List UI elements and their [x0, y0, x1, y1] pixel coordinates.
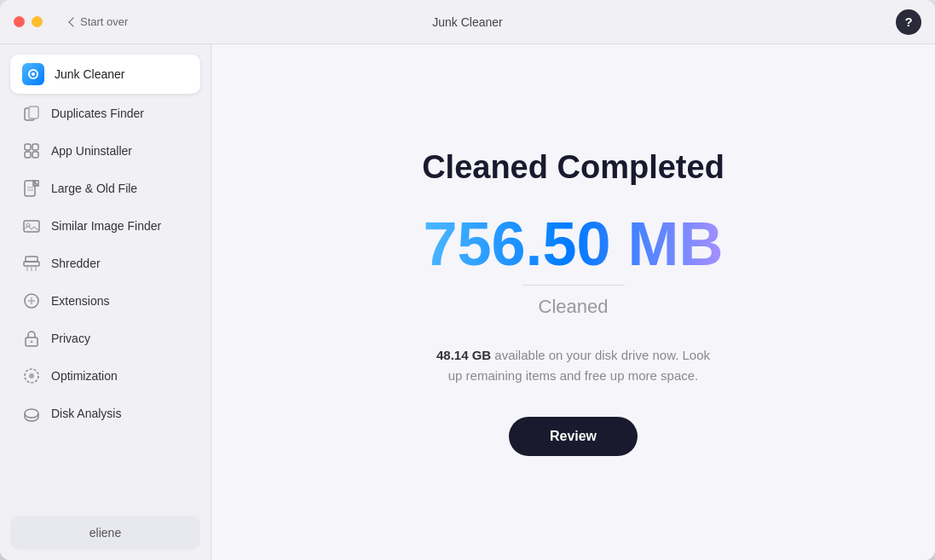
- svg-point-21: [25, 409, 38, 418]
- large-file-icon: [22, 179, 41, 198]
- sidebar: Junk Cleaner Duplicates Finder: [0, 44, 211, 560]
- sidebar-item-optimization[interactable]: Optimization: [10, 358, 200, 394]
- disk-size-bold: 48.14 GB: [436, 348, 491, 362]
- chevron-left-icon: [68, 17, 78, 26]
- svg-rect-6: [25, 152, 31, 158]
- svg-rect-15: [26, 257, 38, 262]
- sidebar-item-label-similar-image-finder: Similar Image Finder: [51, 219, 161, 233]
- sidebar-item-label-duplicates-finder: Duplicates Finder: [51, 107, 144, 120]
- cleaned-label: Cleaned: [539, 296, 609, 318]
- junk-icon: [22, 63, 44, 85]
- svg-rect-4: [25, 144, 31, 150]
- sidebar-item-label-shredder: Shredder: [51, 257, 101, 270]
- window-title: Junk Cleaner: [432, 15, 503, 29]
- optimization-icon: [22, 367, 41, 385]
- cleaned-size: 756.50 MB: [423, 213, 723, 274]
- main-layout: Junk Cleaner Duplicates Finder: [0, 44, 935, 560]
- app-window: Start over Junk Cleaner ? Junk Cleaner: [0, 0, 935, 560]
- title-bar: Start over Junk Cleaner ?: [0, 0, 935, 44]
- sidebar-item-large-old-file[interactable]: Large & Old File: [10, 170, 200, 206]
- sidebar-item-label-large-old-file: Large & Old File: [51, 182, 137, 195]
- app-uninstaller-icon: [22, 141, 41, 160]
- sidebar-item-label-app-uninstaller: App Uninstaller: [51, 144, 132, 158]
- shredder-icon: [22, 254, 41, 273]
- main-content: Cleaned Completed 756.50 MB Cleaned 48.1…: [211, 44, 935, 560]
- back-label: Start over: [80, 15, 128, 28]
- svg-point-18: [31, 341, 33, 344]
- close-button[interactable]: [14, 16, 25, 27]
- sidebar-item-label-optimization: Optimization: [51, 369, 118, 383]
- sidebar-item-duplicates-finder[interactable]: Duplicates Finder: [10, 95, 200, 131]
- sidebar-item-shredder[interactable]: Shredder: [10, 245, 200, 281]
- sidebar-item-disk-analysis[interactable]: Disk Analysis: [10, 395, 200, 431]
- user-profile[interactable]: eliene: [10, 516, 200, 550]
- sidebar-item-privacy[interactable]: Privacy: [10, 320, 200, 356]
- svg-rect-7: [32, 152, 38, 158]
- cleaned-completed-heading: Cleaned Completed: [422, 149, 724, 186]
- sidebar-item-label-privacy: Privacy: [51, 332, 90, 345]
- divider: [522, 285, 625, 286]
- minimize-button[interactable]: [32, 16, 43, 27]
- svg-rect-12: [24, 221, 39, 232]
- sidebar-item-label-disk-analysis: Disk Analysis: [51, 407, 121, 420]
- traffic-lights: [14, 16, 43, 27]
- extensions-icon: [22, 292, 41, 310]
- duplicates-icon: [22, 104, 41, 123]
- privacy-icon: [22, 329, 41, 348]
- svg-rect-3: [29, 107, 38, 118]
- disk-info: 48.14 GB available on your disk drive no…: [429, 345, 719, 386]
- sidebar-item-extensions[interactable]: Extensions: [10, 283, 200, 319]
- sidebar-item-junk-cleaner[interactable]: Junk Cleaner: [10, 55, 200, 94]
- help-button[interactable]: ?: [896, 9, 921, 35]
- sidebar-item-label-extensions: Extensions: [51, 294, 109, 308]
- disk-analysis-icon: [22, 404, 41, 423]
- sidebar-spacer: [10, 433, 200, 516]
- sidebar-item-similar-image-finder[interactable]: Similar Image Finder: [10, 208, 200, 244]
- image-finder-icon: [22, 216, 41, 235]
- back-button[interactable]: Start over: [63, 12, 135, 32]
- svg-point-20: [29, 373, 34, 378]
- sidebar-item-app-uninstaller[interactable]: App Uninstaller: [10, 133, 200, 169]
- sidebar-item-label-junk-cleaner: Junk Cleaner: [55, 67, 125, 81]
- svg-point-1: [32, 72, 35, 76]
- user-name: eliene: [89, 526, 121, 540]
- review-button[interactable]: Review: [509, 417, 638, 456]
- svg-rect-5: [32, 144, 38, 150]
